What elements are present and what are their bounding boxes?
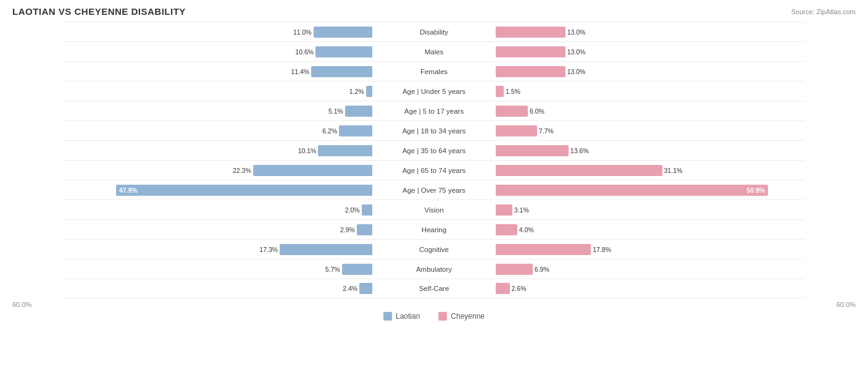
bar-row-label: Age | 18 to 34 years — [372, 127, 496, 135]
bar-row-label: Disability — [372, 28, 496, 36]
bar-blue: 2.4% — [359, 283, 372, 294]
bar-blue: 6.2% — [339, 125, 372, 136]
bar-row-label: Age | Over 75 years — [372, 187, 496, 194]
bar-row-label: Vision — [372, 206, 496, 214]
legend-cheyenne: Cheyenne — [438, 312, 485, 321]
bar-blue: 17.3% — [280, 244, 372, 255]
right-bar-container: 6.9% — [496, 259, 804, 279]
legend-cheyenne-label: Cheyenne — [451, 312, 485, 321]
bar-pink: 6.9% — [496, 264, 533, 275]
table-row: 1.2%Age | Under 5 years1.5% — [64, 81, 804, 101]
table-row: 11.0%Disability13.0% — [64, 22, 804, 41]
left-bar-container: 6.2% — [64, 121, 372, 141]
bar-pink: 13.0% — [496, 66, 565, 77]
left-bar-container: 1.2% — [64, 82, 372, 101]
bar-pink: 50.9% — [496, 185, 768, 196]
bar-row-label: Self-Care — [372, 285, 496, 292]
bar-blue: 2.0% — [362, 204, 372, 216]
legend-cheyenne-box — [438, 312, 447, 321]
bar-value-pink: 13.0% — [567, 68, 586, 75]
table-row: 11.4%Females13.0% — [64, 61, 804, 81]
bar-blue: 10.6% — [315, 46, 372, 57]
bar-blue: 22.3% — [253, 165, 372, 176]
bar-blue: 2.9% — [357, 224, 372, 235]
legend-laotian-label: Laotian — [396, 312, 420, 321]
bar-value-blue: 2.9% — [340, 226, 355, 233]
table-row: 47.9%Age | Over 75 years50.9% — [64, 180, 804, 200]
right-bar-container: 13.0% — [496, 62, 804, 82]
right-bar-container: 50.9% — [496, 180, 804, 200]
right-bar-container: 13.6% — [496, 141, 804, 161]
bar-value-blue: 1.2% — [349, 88, 364, 95]
left-bar-container: 10.6% — [64, 42, 372, 62]
bar-blue: 5.7% — [342, 264, 372, 275]
table-row: 2.4%Self-Care2.6% — [64, 279, 804, 298]
bar-value-blue: 2.4% — [343, 285, 357, 292]
right-bar-container: 2.6% — [496, 279, 804, 298]
left-bar-container: 47.9% — [64, 180, 372, 200]
right-bar-container: 13.0% — [496, 22, 804, 42]
right-bar-container: 31.1% — [496, 161, 804, 180]
table-row: 2.0%Vision3.1% — [64, 200, 804, 219]
bar-pink: 3.1% — [496, 204, 512, 216]
bar-pink: 2.6% — [496, 283, 510, 294]
bar-pink: 31.1% — [496, 165, 662, 176]
right-bar-container: 17.8% — [496, 240, 804, 259]
legend-laotian-box — [383, 312, 392, 321]
bar-pink: 6.0% — [496, 106, 528, 117]
right-bar-container: 3.1% — [496, 200, 804, 220]
bar-row-label: Age | Under 5 years — [372, 88, 496, 95]
bar-blue: 11.4% — [311, 66, 372, 77]
bar-value-blue: 17.3% — [259, 246, 278, 253]
bar-value-blue: 5.7% — [325, 266, 340, 273]
bar-blue: 1.2% — [366, 86, 372, 97]
bar-row-label: Males — [372, 48, 496, 56]
chart-header: LAOTIAN VS CHEYENNE DISABILITY Source: Z… — [12, 6, 856, 17]
bar-value-pink: 13.0% — [567, 48, 586, 56]
left-bar-container: 2.4% — [64, 279, 372, 298]
bar-value-blue: 10.1% — [298, 147, 317, 154]
chart-source: Source: ZipAtlas.com — [791, 8, 856, 15]
bar-value-blue: 11.4% — [291, 68, 309, 75]
left-bar-container: 2.0% — [64, 200, 372, 220]
chart-legend: Laotian Cheyenne — [12, 312, 856, 321]
legend-laotian: Laotian — [383, 312, 420, 321]
bar-value-pink: 3.1% — [514, 206, 529, 214]
table-row: 6.2%Age | 18 to 34 years7.7% — [64, 120, 804, 140]
bar-row-label: Females — [372, 68, 496, 75]
bar-value-pink: 13.6% — [570, 147, 589, 154]
bar-value-pink: 13.0% — [567, 28, 586, 36]
bar-row-label: Hearing — [372, 226, 496, 233]
bar-value-pink: 6.0% — [530, 107, 545, 115]
bars-wrapper: 11.0%Disability13.0%10.6%Males13.0%11.4%… — [64, 22, 804, 298]
scale-right: 60.0% — [837, 301, 856, 308]
bar-value-pink: 4.0% — [519, 226, 534, 233]
left-bar-container: 2.9% — [64, 220, 372, 240]
scale-labels: 60.0% 60.0% — [12, 301, 856, 308]
left-bar-container: 11.0% — [64, 22, 372, 42]
bar-pink: 13.6% — [496, 145, 569, 156]
table-row: 5.1%Age | 5 to 17 years6.0% — [64, 101, 804, 120]
bar-value-blue: 6.2% — [322, 127, 337, 135]
bar-blue: 5.1% — [345, 106, 372, 117]
table-row: 2.9%Hearing4.0% — [64, 219, 804, 239]
bar-row-label: Cognitive — [372, 246, 496, 253]
left-bar-container: 10.1% — [64, 141, 372, 161]
table-row: 17.3%Cognitive17.8% — [64, 239, 804, 259]
bar-value-blue: 47.9% — [119, 187, 138, 194]
bar-row-label: Age | 5 to 17 years — [372, 107, 496, 115]
bar-value-pink: 1.5% — [506, 88, 520, 95]
bar-value-blue: 10.6% — [295, 48, 314, 56]
bar-row-label: Ambulatory — [372, 266, 496, 273]
left-bar-container: 22.3% — [64, 161, 372, 180]
bar-value-pink: 31.1% — [664, 167, 683, 174]
bar-pink: 17.8% — [496, 244, 591, 255]
chart-container: LAOTIAN VS CHEYENNE DISABILITY Source: Z… — [0, 0, 868, 378]
bar-blue: 10.1% — [318, 145, 372, 156]
bar-pink: 7.7% — [496, 125, 537, 136]
bar-pink: 13.0% — [496, 27, 565, 38]
bar-pink: 1.5% — [496, 86, 504, 97]
bar-value-blue: 11.0% — [293, 28, 312, 36]
left-bar-container: 5.7% — [64, 259, 372, 279]
bar-value-blue: 5.1% — [328, 107, 343, 115]
